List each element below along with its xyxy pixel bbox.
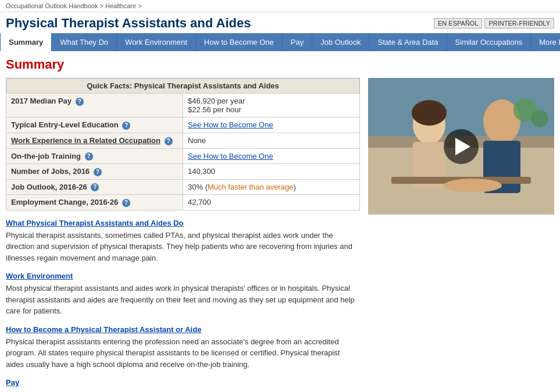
- row-value: 30% (Much faster than average): [183, 179, 360, 195]
- info-icon[interactable]: ?: [76, 98, 84, 106]
- row-value: See How to Become One: [183, 117, 360, 133]
- breadcrumb: Occupational Outlook Handbook > Healthca…: [0, 0, 560, 12]
- table-row: Job Outlook, 2016-26 ? 30% (Much faster …: [6, 179, 360, 195]
- info-icon[interactable]: ?: [91, 183, 99, 191]
- what-they-do-section: What Physical Therapist Assistants and A…: [6, 219, 360, 264]
- work-environment-text: Most physical therapist assistants and a…: [6, 283, 360, 317]
- table-row: Typical Entry-Level Education ? See How …: [6, 117, 360, 133]
- breadcrumb-sep2: >: [138, 2, 141, 9]
- tab-similar-occupations[interactable]: Similar Occupations: [447, 33, 532, 51]
- printer-friendly-button[interactable]: PRINTER-FRIENDLY: [484, 18, 554, 28]
- what-they-do-text: Physical therapist assistants, sometimes…: [6, 230, 360, 264]
- video-overlay: [368, 78, 554, 215]
- what-they-do-link[interactable]: What Physical Therapist Assistants and A…: [6, 219, 360, 227]
- info-icon[interactable]: ?: [94, 168, 102, 176]
- pay-section: Pay The median annual wage for physical …: [6, 378, 360, 392]
- row-label: Employment Change, 2016-26 ?: [6, 195, 183, 211]
- work-environment-link[interactable]: Work Environment: [6, 272, 360, 280]
- how-to-become-text: Physical therapist assistants entering t…: [6, 336, 360, 370]
- median-pay-label: 2017 Median Pay: [11, 97, 72, 105]
- title-bar: Physical Therapist Assistants and Aides …: [0, 12, 560, 33]
- tab-more-info[interactable]: More Info: [531, 33, 560, 51]
- summary-heading: Summary: [6, 57, 554, 72]
- info-icon[interactable]: ?: [85, 152, 93, 161]
- entry-level-label: Typical Entry-Level Education: [11, 120, 119, 129]
- work-exp-label: Work Experience in a Related Occupation: [11, 136, 160, 145]
- left-column: Quick Facts: Physical Therapist Assistan…: [6, 78, 360, 392]
- video-player[interactable]: [368, 78, 554, 215]
- tab-pay[interactable]: Pay: [283, 33, 312, 51]
- quick-facts-table: Quick Facts: Physical Therapist Assistan…: [6, 78, 360, 210]
- tab-job-outlook[interactable]: Job Outlook: [312, 33, 369, 51]
- page-title: Physical Therapist Assistants and Aides: [6, 16, 251, 31]
- work-environment-section: Work Environment Most physical therapist…: [6, 272, 360, 317]
- quick-facts-caption: Quick Facts: Physical Therapist Assistan…: [6, 78, 360, 93]
- info-icon[interactable]: ?: [122, 122, 130, 130]
- breadcrumb-sep1: >: [99, 2, 105, 9]
- entry-level-link[interactable]: See How to Become One: [188, 120, 273, 129]
- tab-work-environment[interactable]: Work Environment: [117, 33, 196, 51]
- num-jobs-label: Number of Jobs, 2016: [11, 167, 90, 176]
- tab-state-area-data[interactable]: State & Area Data: [370, 33, 447, 51]
- table-row: Employment Change, 2016-26 ? 42,700: [6, 195, 360, 211]
- row-label: Typical Entry-Level Education ?: [6, 117, 183, 133]
- row-value: 42,700: [183, 195, 360, 211]
- espanol-button[interactable]: EN ESPAÑOL: [434, 18, 483, 28]
- job-outlook-label: Job Outlook, 2016-26: [11, 183, 87, 191]
- row-label: Job Outlook, 2016-26 ?: [6, 179, 183, 195]
- tab-how-to-become[interactable]: How to Become One: [196, 33, 283, 51]
- row-label: Number of Jobs, 2016 ?: [6, 164, 183, 180]
- content-row: Quick Facts: Physical Therapist Assistan…: [6, 78, 554, 392]
- table-row: On-the-job Training ? See How to Become …: [6, 148, 360, 164]
- ojt-label: On-the-job Training: [11, 152, 81, 161]
- pay-link[interactable]: Pay: [6, 378, 360, 387]
- emp-change-label: Employment Change, 2016-26: [11, 198, 118, 206]
- row-label: 2017 Median Pay ?: [6, 94, 183, 117]
- breadcrumb-ooh[interactable]: Occupational Outlook Handbook: [6, 2, 98, 9]
- tab-what-they-do[interactable]: What They Do: [52, 33, 117, 51]
- ojt-link[interactable]: See How to Become One: [188, 152, 273, 161]
- table-row: Number of Jobs, 2016 ? 140,300: [6, 164, 360, 180]
- table-row: 2017 Median Pay ? $46,920 per year$22.56…: [6, 94, 360, 117]
- row-label: Work Experience in a Related Occupation …: [6, 133, 183, 148]
- info-icon[interactable]: ?: [122, 199, 130, 207]
- row-value: See How to Become One: [183, 148, 360, 164]
- how-to-become-section: How to Become a Physical Therapist Assis…: [6, 325, 360, 370]
- row-value: None: [183, 133, 360, 148]
- tab-summary[interactable]: Summary: [0, 33, 52, 51]
- info-icon[interactable]: ?: [165, 137, 173, 145]
- play-button[interactable]: [444, 129, 479, 164]
- table-row: Work Experience in a Related Occupation …: [6, 133, 360, 148]
- title-actions: EN ESPAÑOL PRINTER-FRIENDLY: [434, 18, 554, 28]
- main-content: Summary Quick Facts: Physical Therapist …: [0, 51, 560, 392]
- breadcrumb-healthcare[interactable]: Healthcare: [105, 2, 136, 9]
- how-to-become-link[interactable]: How to Become a Physical Therapist Assis…: [6, 325, 360, 334]
- pay-text1: The median annual wage for physical ther…: [6, 389, 360, 392]
- row-value: $46,920 per year$22.56 per hour: [183, 94, 360, 117]
- right-column: [368, 78, 554, 392]
- row-value: 140,300: [183, 164, 360, 180]
- nav-tabs: Summary What They Do Work Environment Ho…: [0, 33, 560, 51]
- row-label: On-the-job Training ?: [6, 148, 183, 164]
